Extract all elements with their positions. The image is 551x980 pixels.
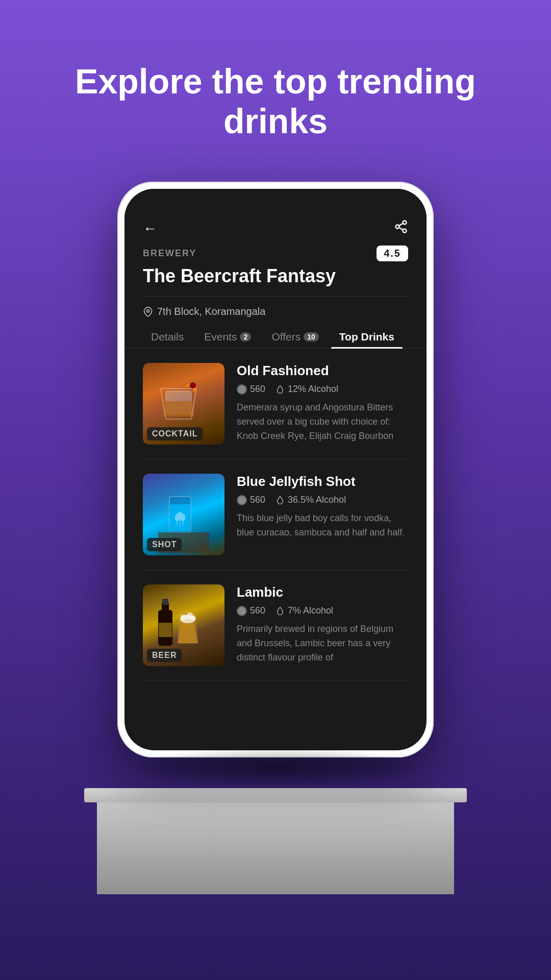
- svg-line-9: [191, 378, 193, 382]
- location-icon: [143, 307, 153, 317]
- header-divider: [143, 296, 408, 297]
- price-text: 560: [250, 495, 265, 505]
- tab-top-drinks[interactable]: Top Drinks: [331, 326, 403, 348]
- price-text: 560: [250, 605, 265, 616]
- header-section: BREWERY 4.5 The Beercraft Fantasy: [124, 241, 427, 287]
- drop-icon: [276, 385, 285, 394]
- drink-item[interactable]: BEER Lambic 560: [143, 570, 408, 681]
- svg-rect-17: [162, 599, 168, 605]
- rating-badge: 4.5: [377, 246, 408, 261]
- location-row: 7th Block, Koramangala: [124, 306, 427, 317]
- drink-info-beer: Lambic 560: [237, 584, 408, 666]
- coin-icon: [237, 606, 247, 616]
- svg-rect-7: [163, 401, 194, 416]
- alcohol-text: 7% Alcohol: [288, 605, 333, 616]
- price-text: 560: [250, 384, 265, 395]
- drink-item[interactable]: SHOT Blue Jellyfish Shot 560: [143, 459, 408, 570]
- drink-description: This blue jelly bad boy calls for vodka,…: [237, 511, 408, 540]
- events-badge: 2: [240, 332, 251, 341]
- svg-point-20: [181, 614, 187, 620]
- drink-name: Old Fashioned: [237, 363, 408, 379]
- hero-title: Explore the top trending drinks: [0, 61, 551, 141]
- svg-rect-18: [159, 623, 172, 637]
- tab-events[interactable]: Events 2: [196, 326, 259, 348]
- svg-point-10: [238, 385, 246, 393]
- tab-details[interactable]: Details: [143, 326, 192, 348]
- location-text: 7th Block, Koramangala: [157, 306, 265, 317]
- price-item: 560: [237, 384, 265, 395]
- pedestal: [84, 788, 467, 894]
- drink-type-cocktail: COCKTAIL: [147, 427, 203, 440]
- price-item: 560: [237, 495, 265, 505]
- drink-item[interactable]: COCKTAIL Old Fashioned 560: [143, 349, 408, 459]
- svg-point-14: [238, 496, 246, 504]
- coin-icon: [237, 495, 247, 505]
- drink-type-beer: BEER: [147, 649, 182, 662]
- drink-image-shot: SHOT: [143, 474, 224, 555]
- drink-meta: 560 12% Alcohol: [237, 384, 408, 395]
- drink-info-shot: Blue Jellyfish Shot 560: [237, 474, 408, 555]
- svg-point-8: [190, 382, 196, 388]
- share-button[interactable]: [394, 219, 408, 237]
- drink-description: Primarily brewed in regions of Belgium a…: [237, 622, 408, 665]
- alcohol-item: 36.5% Alcohol: [276, 495, 346, 505]
- alcohol-text: 12% Alcohol: [288, 384, 338, 395]
- svg-line-4: [399, 224, 403, 226]
- drink-info-old-fashioned: Old Fashioned 560: [237, 363, 408, 445]
- phone-screen: ← BREWERY 4.5: [124, 189, 427, 750]
- drink-image-beer: BEER: [143, 584, 224, 666]
- drop-icon: [276, 606, 285, 616]
- svg-line-3: [399, 228, 403, 230]
- drop-icon: [276, 496, 285, 505]
- svg-point-23: [238, 607, 246, 615]
- price-item: 560: [237, 605, 265, 616]
- phone-frame: ← BREWERY 4.5: [117, 182, 434, 757]
- drinks-list: COCKTAIL Old Fashioned 560: [124, 349, 427, 681]
- venue-name: The Beercraft Fantasy: [143, 265, 408, 287]
- svg-point-5: [147, 310, 149, 312]
- category-label: BREWERY: [143, 248, 196, 259]
- back-button[interactable]: ←: [143, 220, 157, 237]
- drink-meta: 560 7% Alcohol: [237, 605, 408, 616]
- alcohol-item: 12% Alcohol: [276, 384, 338, 395]
- tab-offers[interactable]: Offers 10: [263, 326, 327, 348]
- tabs-row: Details Events 2 Offers 10 Top Drinks: [124, 322, 427, 349]
- drink-name: Blue Jellyfish Shot: [237, 474, 408, 489]
- drink-meta: 560 36.5% Alcohol: [237, 495, 408, 505]
- offers-badge: 10: [304, 332, 319, 341]
- drink-name: Lambic: [237, 584, 408, 600]
- alcohol-text: 36.5% Alcohol: [288, 495, 346, 505]
- drink-description: Demerara syrup and Angostura Bitters ser…: [237, 401, 408, 444]
- alcohol-item: 7% Alcohol: [276, 605, 333, 616]
- drink-type-shot: SHOT: [147, 538, 182, 551]
- drink-image-old-fashioned: COCKTAIL: [143, 363, 224, 445]
- status-bar: [124, 189, 427, 211]
- svg-point-22: [191, 616, 196, 621]
- top-nav: ←: [124, 211, 427, 241]
- coin-icon: [237, 384, 247, 395]
